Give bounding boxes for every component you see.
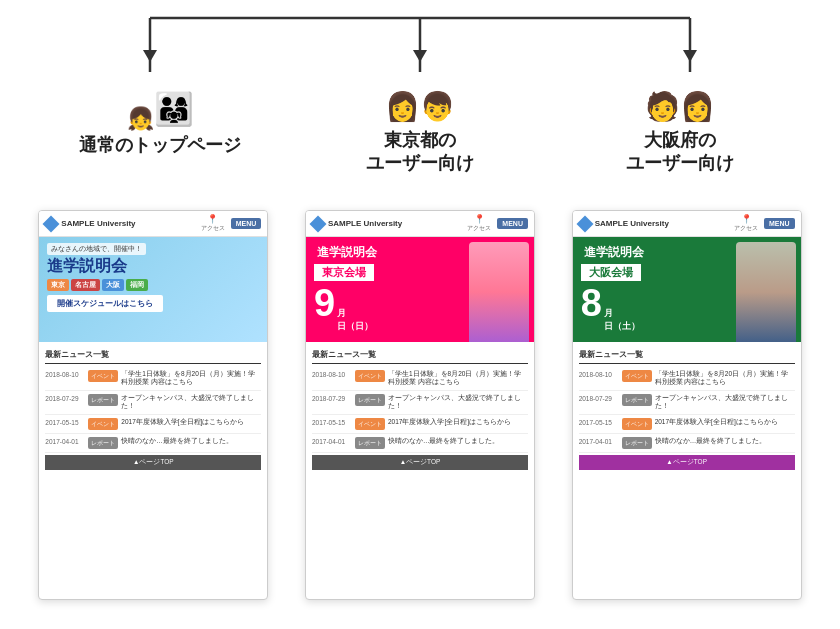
news-tag-o3: イベント <box>622 418 652 430</box>
news-tag-t2: レポート <box>355 394 385 406</box>
news-text-1: 「学生1日体験」を8月20日（月）実施！学科別授業 内容はこちら <box>121 370 261 387</box>
hero-tokyo-date-info: 月 日（日） <box>337 307 373 333</box>
page-top-button-osaka[interactable]: ▲ページTOP <box>579 455 795 470</box>
news-date-t3: 2017-05-15 <box>312 418 352 426</box>
access-button-osaka[interactable]: 📍 アクセス <box>734 214 758 233</box>
hero-tokyo-venue: 東京会場 <box>314 264 374 281</box>
access-button-tokyo[interactable]: 📍 アクセス <box>467 214 491 233</box>
news-text-t3: 2017年度体験入学[全日程]はこちらから <box>388 418 528 426</box>
news-item-o3: 2017-05-15 イベント 2017年度体験入学[全日程]はこちらから <box>579 415 795 434</box>
phone-tokyo: SAMPLE University 📍 アクセス MENU 進学説明会 東京会場… <box>305 210 535 600</box>
page-top-button-normal[interactable]: ▲ページTOP <box>45 455 261 470</box>
news-text-o2: オープンキャンパス、大盛況で終了しました！ <box>655 394 795 411</box>
news-date-1: 2018-08-10 <box>45 370 85 378</box>
news-tag-o1: イベント <box>622 370 652 382</box>
hero-normal-tags: 東京 名古屋 大阪 福岡 <box>47 279 259 291</box>
news-date-o4: 2017-04-01 <box>579 437 619 445</box>
news-text-3: 2017年度体験入学[全日程]はこちらから <box>121 418 261 426</box>
section-osaka-title: 大阪府のユーザー向け <box>626 129 734 176</box>
news-item-o4: 2017-04-01 レポート 快晴のなか…最終を終了しました。 <box>579 434 795 453</box>
hero-osaka-date-info: 月 日（土） <box>604 307 640 333</box>
news-text-4: 快晴のなか…最終を終了しました。 <box>121 437 261 445</box>
news-tag-3: イベント <box>88 418 118 430</box>
news-section-osaka: 最新ニュース一覧 2018-08-10 イベント 「学生1日体験」を8月20日（… <box>573 342 801 474</box>
menu-button-normal[interactable]: MENU <box>231 218 262 229</box>
logo-diamond-tokyo-icon <box>309 215 326 232</box>
news-date-4: 2017-04-01 <box>45 437 85 445</box>
tag-fukuoka: 福岡 <box>126 279 148 291</box>
news-tag-4: レポート <box>88 437 118 449</box>
news-section-normal: 最新ニュース一覧 2018-08-10 イベント 「学生1日体験」を8月20日（… <box>39 342 267 474</box>
news-tag-t3: イベント <box>355 418 385 430</box>
location-icon: 📍 <box>207 214 218 224</box>
hero-tokyo-event-title: 進学説明会 <box>314 243 380 262</box>
phone-osaka-logo: SAMPLE University <box>579 218 669 230</box>
news-item-t1: 2018-08-10 イベント 「学生1日体験」を8月20日（月）実施！学科別授… <box>312 367 528 391</box>
news-item-o2: 2018-07-29 レポート オープンキャンパス、大盛況で終了しました！ <box>579 391 795 415</box>
news-header-osaka: 最新ニュース一覧 <box>579 346 795 364</box>
svg-marker-6 <box>683 50 697 62</box>
phone-osaka-header-right: 📍 アクセス MENU <box>734 214 795 233</box>
menu-button-osaka[interactable]: MENU <box>764 218 795 229</box>
phones-container: SAMPLE University 📍 アクセス MENU みなさんの地域で、開… <box>0 210 840 600</box>
access-button-normal[interactable]: 📍 アクセス <box>201 214 225 233</box>
tokyo-emoji-group: 👩 👦 <box>385 90 455 123</box>
news-date-t4: 2017-04-01 <box>312 437 352 445</box>
logo-diamond-osaka-icon <box>576 215 593 232</box>
hero-normal-title: 進学説明会 <box>47 257 259 275</box>
page-top-button-tokyo[interactable]: ▲ページTOP <box>312 455 528 470</box>
section-normal: 👧 👨‍👩‍👧 通常のトップページ <box>40 90 280 176</box>
menu-button-tokyo[interactable]: MENU <box>497 218 528 229</box>
section-normal-title: 通常のトップページ <box>79 134 241 157</box>
news-date-o2: 2018-07-29 <box>579 394 619 402</box>
hero-tokyo-date-day: 9 <box>314 284 335 322</box>
hero-osaka: 進学説明会 大阪会場 8 月 日（土） <box>573 237 801 342</box>
news-tag-t4: レポート <box>355 437 385 449</box>
section-tokyo-title: 東京都のユーザー向け <box>366 129 474 176</box>
phone-osaka: SAMPLE University 📍 アクセス MENU 進学説明会 大阪会場… <box>572 210 802 600</box>
news-text-t1: 「学生1日体験」を8月20日（月）実施！学科別授業 内容はこちら <box>388 370 528 387</box>
phone-normal: SAMPLE University 📍 アクセス MENU みなさんの地域で、開… <box>38 210 268 600</box>
news-text-t2: オープンキャンパス、大盛況で終了しました！ <box>388 394 528 411</box>
news-header-normal: 最新ニュース一覧 <box>45 346 261 364</box>
news-item-1: 2018-08-10 イベント 「学生1日体験」を8月20日（月）実施！学科別授… <box>45 367 261 391</box>
location-osaka-icon: 📍 <box>741 214 752 224</box>
news-tag-2: レポート <box>88 394 118 406</box>
tag-nagoya: 名古屋 <box>71 279 100 291</box>
osaka-emoji-group: 🧑 👩 <box>645 90 715 123</box>
news-date-o3: 2017-05-15 <box>579 418 619 426</box>
arrows-diagram <box>0 0 840 90</box>
schedule-button[interactable]: 開催スケジュールはこちら <box>47 295 163 312</box>
location-tokyo-icon: 📍 <box>474 214 485 224</box>
hero-normal: みなさんの地域で、開催中！ 進学説明会 東京 名古屋 大阪 福岡 開催スケジュー… <box>39 237 267 342</box>
news-item-t3: 2017-05-15 イベント 2017年度体験入学[全日程]はこちらから <box>312 415 528 434</box>
news-tag-o2: レポート <box>622 394 652 406</box>
news-item-o1: 2018-08-10 イベント 「学生1日体験」を8月20日（月）実施！学科別授… <box>579 367 795 391</box>
news-tag-o4: レポート <box>622 437 652 449</box>
news-date-2: 2018-07-29 <box>45 394 85 402</box>
phone-tokyo-header-right: 📍 アクセス MENU <box>467 214 528 233</box>
news-date-3: 2017-05-15 <box>45 418 85 426</box>
news-section-tokyo: 最新ニュース一覧 2018-08-10 イベント 「学生1日体験」を8月20日（… <box>306 342 534 474</box>
phone-normal-header-right: 📍 アクセス MENU <box>201 214 262 233</box>
tag-tokyo: 東京 <box>47 279 69 291</box>
hero-tokyo: 進学説明会 東京会場 9 月 日（日） <box>306 237 534 342</box>
news-text-o3: 2017年度体験入学[全日程]はこちらから <box>655 418 795 426</box>
phone-normal-header: SAMPLE University 📍 アクセス MENU <box>39 211 267 237</box>
hero-osaka-date-day: 8 <box>581 284 602 322</box>
news-tag-1: イベント <box>88 370 118 382</box>
normal-emoji-group: 👧 👨‍👩‍👧 <box>127 90 194 128</box>
news-date-t1: 2018-08-10 <box>312 370 352 378</box>
phone-normal-logo: SAMPLE University <box>45 218 135 230</box>
news-text-o1: 「学生1日体験」を8月20日（月）実施！学科別授業 内容はこちら <box>655 370 795 387</box>
phone-tokyo-header: SAMPLE University 📍 アクセス MENU <box>306 211 534 237</box>
sections-header: 👧 👨‍👩‍👧 通常のトップページ 👩 👦 東京都のユーザー向け 🧑 👩 大阪府… <box>0 90 840 176</box>
news-date-o1: 2018-08-10 <box>579 370 619 378</box>
phone-osaka-header: SAMPLE University 📍 アクセス MENU <box>573 211 801 237</box>
hero-normal-subtitle: みなさんの地域で、開催中！ <box>47 243 146 255</box>
hero-osaka-event-title: 進学説明会 <box>581 243 647 262</box>
news-date-t2: 2018-07-29 <box>312 394 352 402</box>
hero-tokyo-date: 9 月 日（日） <box>314 284 526 333</box>
news-header-tokyo: 最新ニュース一覧 <box>312 346 528 364</box>
news-text-o4: 快晴のなか…最終を終了しました。 <box>655 437 795 445</box>
